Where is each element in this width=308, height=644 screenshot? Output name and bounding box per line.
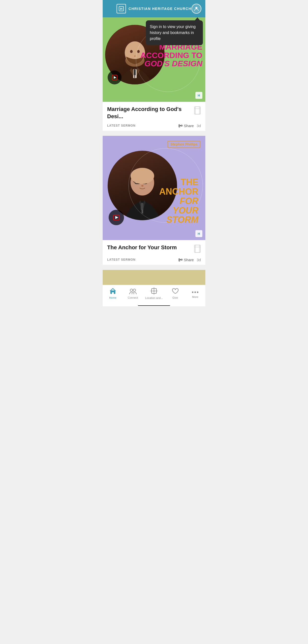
svg-point-43 xyxy=(133,289,136,292)
brand-watermark-2: H xyxy=(195,230,202,237)
card-actions-1: Share 3d xyxy=(178,124,201,128)
svg-rect-35 xyxy=(195,245,199,252)
svg-rect-10 xyxy=(134,69,136,76)
share-button-1[interactable]: Share xyxy=(178,124,194,128)
card-title-1: Marriage According to God's Desi... xyxy=(107,106,191,120)
play-button-1[interactable] xyxy=(108,70,121,84)
partial-card-3 xyxy=(103,270,205,285)
card-title-2: The Anchor for Your Storm xyxy=(107,244,191,251)
bottom-nav: Home Connect Location and xyxy=(103,285,205,305)
svg-rect-44 xyxy=(152,288,156,294)
svg-point-37 xyxy=(181,259,183,260)
svg-point-51 xyxy=(194,292,196,293)
nav-item-home[interactable]: Home xyxy=(105,288,121,299)
svg-marker-13 xyxy=(114,76,116,79)
svg-point-17 xyxy=(181,125,183,126)
svg-rect-41 xyxy=(112,292,114,294)
svg-marker-33 xyxy=(115,216,118,219)
card-label-1: LATEST SERMON xyxy=(107,124,136,127)
svg-point-38 xyxy=(179,259,180,260)
tooltip-text: Sign in to view your giving history and … xyxy=(146,20,203,45)
more-icon xyxy=(191,288,199,294)
svg-point-50 xyxy=(192,292,193,293)
share-button-2[interactable]: Share xyxy=(178,258,194,262)
logo-text: CHRISTIAN HERITAGE CHURCH xyxy=(128,7,191,11)
home-icon xyxy=(109,288,116,295)
connect-icon xyxy=(129,288,137,295)
app-header: H CHRISTIAN HERITAGE CHURCH xyxy=(103,0,205,18)
card-info-2: The Anchor for Your Storm LATEST SERMON xyxy=(103,240,205,265)
card-info-1: Marriage According to God's Desi... LATE… xyxy=(103,102,205,131)
card-title-row-2: The Anchor for Your Storm xyxy=(107,244,201,254)
svg-point-52 xyxy=(197,292,198,293)
svg-point-19 xyxy=(179,126,180,127)
nav-label-location: Location and... xyxy=(145,296,163,300)
speaker-label-2: Stephen Phillips xyxy=(167,141,200,148)
nav-item-connect[interactable]: Connect xyxy=(125,288,141,299)
card-actions-2: Share 3d xyxy=(178,258,201,262)
logo-icon: H xyxy=(117,4,126,14)
app-logo: H CHRISTIAN HERITAGE CHURCH xyxy=(117,4,191,14)
sermon-title-overlay-1: MARRIAGE ACCORDING TO GOD'S DESIGN xyxy=(140,43,202,68)
profile-button[interactable] xyxy=(191,4,201,14)
nav-label-more: More xyxy=(192,296,198,298)
give-icon xyxy=(172,288,179,295)
play-button-2[interactable] xyxy=(109,210,124,225)
tooltip-arrow xyxy=(195,18,200,20)
card-label-2: LATEST SERMON xyxy=(107,258,136,262)
location-icon xyxy=(151,288,157,296)
svg-point-9 xyxy=(134,56,136,56)
svg-point-42 xyxy=(130,289,133,292)
nav-label-give: Give xyxy=(172,296,178,299)
signin-tooltip: Sign in to view your giving history and … xyxy=(146,18,203,45)
svg-rect-15 xyxy=(195,107,199,114)
nav-label-home: Home xyxy=(109,296,116,299)
nav-item-location[interactable]: Location and... xyxy=(145,288,163,300)
svg-point-39 xyxy=(179,260,180,262)
card-title-row-1: Marriage According to God's Desi... xyxy=(107,106,201,120)
nav-item-give[interactable]: Give xyxy=(167,288,183,299)
svg-point-18 xyxy=(179,125,180,126)
svg-point-45 xyxy=(153,290,155,292)
divider-2 xyxy=(103,268,205,270)
svg-text:H: H xyxy=(120,7,122,11)
svg-point-7 xyxy=(130,50,133,53)
card-meta-1: LATEST SERMON Share 3d xyxy=(107,124,201,128)
time-badge-1: 3d xyxy=(197,124,201,128)
time-badge-2: 3d xyxy=(197,258,201,262)
sermon-card-2: Stephen Phillips xyxy=(103,136,205,265)
card-meta-2: LATEST SERMON Share 3d xyxy=(107,258,201,262)
divider-1 xyxy=(103,133,205,136)
brand-watermark-1: H xyxy=(195,92,202,99)
thumbnail-2[interactable]: Stephen Phillips xyxy=(103,136,205,240)
bookmark-button-2[interactable] xyxy=(194,244,201,254)
home-indicator xyxy=(103,305,205,306)
bookmark-button-1[interactable] xyxy=(194,106,201,116)
nav-item-more[interactable]: More xyxy=(187,288,203,298)
svg-rect-11 xyxy=(134,75,135,78)
nav-label-connect: Connect xyxy=(128,296,138,299)
svg-point-2 xyxy=(195,7,197,9)
